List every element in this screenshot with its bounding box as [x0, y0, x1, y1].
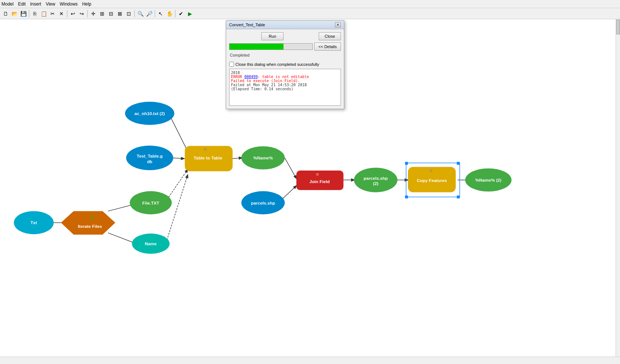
tool-icon-ttt: ⚙	[204, 147, 207, 151]
handle-tr	[457, 162, 460, 165]
close-on-complete-checkbox[interactable]	[229, 62, 234, 67]
file-txt-label: File.TXT	[142, 200, 159, 205]
name-label: Name	[145, 241, 157, 246]
scrollbar-right-thumb[interactable]	[616, 20, 620, 34]
txt-label: Txt	[30, 220, 37, 225]
completed-label: Completed	[229, 53, 341, 57]
dialog-titlebar: Convert_Text_Table ✕	[226, 21, 344, 29]
dialog: Convert_Text_Table ✕ Run Close << Detail…	[226, 20, 344, 109]
undo-button[interactable]: ↩	[69, 10, 77, 18]
iterate-files-label: Iterate Files	[78, 224, 102, 229]
toolbar: 🗋 📂 💾 ⎘ 📋 ✂ ✕ ↩ ↪ ✛ ⊞ ⊟ ⊠ ⊡ 🔍 🔎 ↖ ✋ ✔ ▶	[0, 8, 620, 19]
close-on-complete-label: Close this dialog when completed success…	[235, 62, 319, 67]
svg-line-7	[232, 158, 242, 159]
validate-button[interactable]: ✔	[177, 10, 185, 18]
test-table-label: Test_Table.g	[137, 154, 162, 158]
handle-bl	[405, 196, 408, 199]
table-to-table-label: Table to Table	[194, 155, 222, 160]
dialog-close-button[interactable]: ✕	[335, 22, 341, 27]
progress-container: << Details	[229, 43, 341, 51]
tool4-button[interactable]: ⊡	[125, 10, 133, 18]
iterate-files-node[interactable]	[61, 211, 115, 235]
pan-button[interactable]: ✋	[165, 10, 174, 18]
svg-line-3	[170, 115, 188, 151]
sep6	[175, 10, 175, 17]
copy-features-label: Copy Features	[417, 178, 447, 183]
error-link[interactable]: 000499	[244, 75, 258, 79]
save-button[interactable]: 💾	[19, 10, 27, 18]
dialog-title: Convert_Text_Table	[229, 23, 265, 27]
log-line-1: 2018	[231, 71, 339, 75]
log-line-3: Failed to execute (Join Field).	[231, 79, 339, 83]
sep1	[29, 10, 29, 17]
parcels-shp-label2: (2)	[373, 181, 378, 186]
menubar: Model Edit Insert View Windows Help	[0, 0, 620, 8]
join-field-label: Join Field	[309, 179, 330, 184]
snap-button[interactable]: ⊟	[107, 10, 115, 18]
svg-line-4	[171, 158, 184, 159]
tool-icon-cf: ⚙	[429, 169, 433, 173]
zoom-in-button[interactable]: 🔍	[136, 10, 144, 18]
test-table-label2: db	[147, 159, 152, 164]
log-line-2: ERROR 000499: table is not editable	[231, 75, 339, 79]
parcels-shp-label: parcels.shp	[363, 176, 388, 181]
log-line-5: (Elapsed Time: 0.14 seconds)	[231, 87, 339, 91]
delete-button[interactable]: ✕	[57, 10, 66, 18]
redo-button[interactable]: ↪	[78, 10, 86, 18]
run-button[interactable]: ▶	[186, 10, 194, 18]
sep4	[134, 10, 135, 17]
menu-help[interactable]: Help	[82, 1, 91, 7]
percent-name2-label: %Name% (2)	[475, 178, 502, 182]
copy-button[interactable]: ⎘	[31, 10, 39, 18]
progress-bar-outer	[229, 43, 313, 50]
menu-view[interactable]: View	[46, 1, 55, 7]
add-button[interactable]: ✛	[89, 10, 97, 18]
tool3-button[interactable]: ⊠	[116, 10, 124, 18]
menu-insert[interactable]: Insert	[30, 1, 41, 7]
dialog-run-row: Run Close	[229, 32, 341, 40]
cut-button[interactable]: ✂	[48, 10, 57, 18]
sep2	[67, 10, 67, 17]
handle-br	[457, 196, 460, 199]
dialog-content: Run Close << Details Completed Close thi…	[226, 29, 344, 109]
sep3	[87, 10, 88, 17]
new-button[interactable]: 🗋	[1, 10, 10, 18]
parcels-shp2-label: parcels.shp	[251, 200, 275, 205]
grid-button[interactable]: ⊞	[98, 10, 106, 18]
status-bar	[0, 357, 620, 364]
ac-nh10-label: ac_nh10.txt (2)	[134, 111, 165, 116]
open-button[interactable]: 📂	[10, 10, 19, 18]
close-button[interactable]: Close	[319, 32, 341, 40]
menu-windows[interactable]: Windows	[60, 1, 78, 7]
scrollbar-right[interactable]	[616, 19, 620, 357]
menu-model[interactable]: Model	[1, 1, 14, 7]
tool-icon-jf: ⚙	[316, 172, 319, 176]
handle-tl	[405, 162, 408, 165]
zoom-out-button[interactable]: 🔎	[145, 10, 153, 18]
menu-edit[interactable]: Edit	[18, 1, 26, 7]
percent-name-label: %Name%	[253, 155, 273, 160]
progress-bar-inner	[229, 44, 284, 50]
select-button[interactable]: ↖	[157, 10, 165, 18]
svg-line-2	[108, 233, 136, 243]
run-button[interactable]: Run	[261, 32, 284, 40]
svg-line-8	[285, 158, 296, 179]
dialog-log[interactable]: 2018 ERROR 000499: table is not editable…	[229, 69, 341, 106]
sep5	[155, 10, 155, 17]
checkbox-row: Close this dialog when completed success…	[229, 62, 341, 67]
details-button[interactable]: << Details	[314, 43, 341, 51]
dialog-progress-row: << Details	[229, 43, 341, 51]
log-line-4: Failed at Mon May 21 14:53:20 2018	[231, 83, 339, 87]
paste-button[interactable]: 📋	[40, 10, 48, 18]
refresh-icon: ↺	[90, 215, 94, 220]
